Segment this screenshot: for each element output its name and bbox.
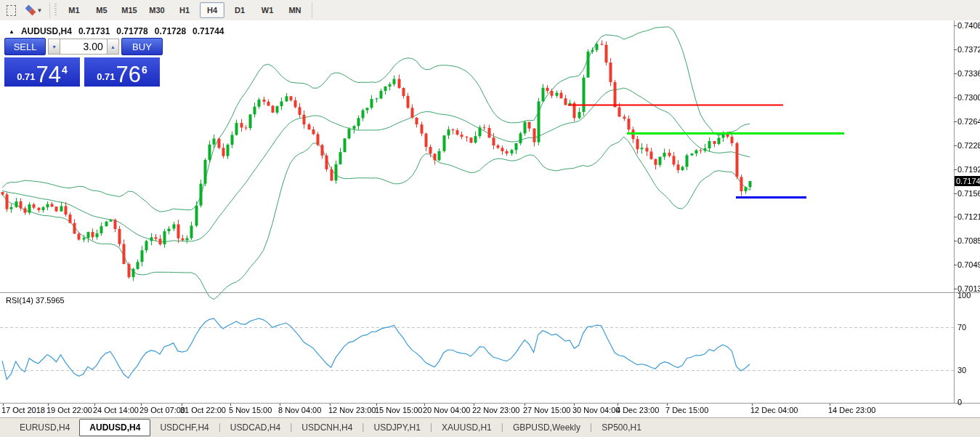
buy-price-big: 76 [116,65,141,84]
timeframe-button-m30[interactable]: M30 [145,2,169,18]
time-axis-tick-mark [94,404,95,406]
rsi-axis-tick: 0 [957,398,962,406]
price-axis-tick-mark [954,169,957,170]
chart-tab-usdcnh[interactable]: USDCNH,H4 [292,420,362,435]
ohlc-low: 0.71728 [155,26,186,36]
time-axis-label: 24 Oct 14:00 [93,406,139,414]
price-axis-tick: 0.73000 [957,93,980,102]
timeframe-button-h4[interactable]: H4 [200,2,224,18]
order-arrows-icon[interactable]: ▼ [22,3,46,17]
rsi-indicator-label: RSI(14) 37.5965 [6,296,65,305]
volume-increase-button[interactable]: ▲ [107,39,119,55]
current-price-tag: 0.71744 [955,176,980,186]
time-axis-label: 15 Nov 15:00 [375,406,422,414]
timeframe-button-m1[interactable]: M1 [62,2,86,18]
price-axis-tick: 0.72640 [957,117,980,126]
toolbar-separator [49,2,50,18]
price-axis-tick-mark [954,241,957,241]
sell-price-display[interactable]: 0.71 74 4 [4,57,80,87]
symbol-header: ▲ AUDUSD,H4 0.71731 0.71778 0.71728 0.71… [9,26,224,36]
timeframe-button-m15[interactable]: M15 [117,2,142,18]
chart-tab-eurusd[interactable]: EURUSD,H4 [10,420,79,435]
time-axis-tick-mark [141,404,142,406]
time-axis-label: 27 Nov 15:00 [523,406,570,414]
timeframe-button-m5[interactable]: M5 [89,2,114,18]
price-axis-tick: 0.73720 [957,45,980,54]
time-axis-tick-mark [474,404,474,406]
time-axis-tick-mark [280,404,280,406]
chart-tab-sp500[interactable]: SP500,H1 [592,420,651,435]
buy-button[interactable]: BUY [121,38,163,55]
time-axis-tick-mark [574,404,575,406]
chart-tab-usdcad[interactable]: USDCAD,H4 [221,420,290,435]
timeframe-button-mn[interactable]: MN [283,2,307,18]
volume-decrease-button[interactable]: ▼ [48,39,60,55]
sell-button[interactable]: SELL [4,38,46,55]
ohlc-open: 0.71731 [78,26,110,36]
price-axis-tick-mark [954,289,957,289]
price-axis-tick: 0.71210 [957,212,980,221]
chart-rsi-separator[interactable] [0,292,980,293]
rsi-axis-tick: 70 [957,323,966,332]
time-axis-tick-mark [230,404,231,406]
time-axis-tick-mark [48,404,49,406]
time-axis-label: 19 Oct 22:00 [46,406,92,414]
price-axis-tick-mark [954,145,957,146]
time-axis-label: 5 Nov 15:00 [229,406,272,414]
price-axis-tick-mark [954,121,957,122]
one-click-trade-panel: SELL ▼ 3.00 ▲ BUY 0.71 74 4 0.71 76 6 [4,38,163,87]
rsi-axis-tick: 100 [957,291,971,300]
time-axis-label: 29 Oct 07:00 [139,406,185,414]
price-axis-tick-mark [954,25,957,26]
dropdown-caret-icon[interactable]: ▼ [37,7,43,14]
time-axis-label: 22 Nov 23:00 [472,406,519,414]
collapse-panel-icon[interactable]: ▲ [9,28,15,35]
time-axis-label: 17 Oct 2018 [1,406,45,414]
price-axis-tick: 0.74080 [957,21,980,30]
volume-input[interactable]: 3.00 [60,39,107,55]
time-axis-tick-mark [752,404,753,406]
time-axis-tick-mark [617,404,618,406]
price-axis-tick: 0.73360 [957,69,980,78]
buy-price-prefix: 0.71 [97,71,115,82]
buy-price-display[interactable]: 0.71 76 6 [84,57,160,87]
time-axis-tick-mark [182,404,182,406]
sell-price-big: 74 [36,65,61,84]
symbol-name: AUDUSD,H4 [21,26,72,36]
chart-tab-bar: EURUSD,H4AUDUSD,H4USDCHF,H4|USDCAD,H4|US… [0,417,980,437]
time-axis-tick-mark [667,404,668,406]
rsi-axis-tick: 30 [957,366,966,374]
time-axis-tick-mark [376,404,377,406]
time-axis-label: 12 Nov 23:00 [328,406,376,414]
sell-price-pip: 4 [62,64,68,76]
time-axis-tick-mark [424,404,425,406]
price-axis-tick-mark [954,265,957,265]
toolbar: ▼ M1M5M15M30H1H4D1W1MN [0,0,980,21]
mt4-window: ▼ M1M5M15M30H1H4D1W1MN ▲ AUDUSD,H4 0.717… [0,0,980,437]
ohlc-high: 0.71778 [116,26,147,36]
chart-tab-usdjpy[interactable]: USDJPY,H1 [364,420,429,435]
time-axis-tick-mark [330,404,331,406]
price-axis-tick-mark [954,193,957,194]
timeframe-button-w1[interactable]: W1 [255,2,280,18]
sell-price-prefix: 0.71 [17,71,35,82]
price-axis-tick-mark [954,49,957,50]
time-axis-label: 14 Dec 23:00 [828,406,875,414]
time-axis-tick-mark [525,404,525,406]
pointer-select-icon[interactable] [3,3,19,17]
chart-tab-audusd[interactable]: AUDUSD,H4 [79,419,150,436]
ohlc-close: 0.71744 [193,26,224,36]
timeframe-button-d1[interactable]: D1 [227,2,252,18]
price-axis-tick-mark [954,97,957,98]
timeframe-button-h1[interactable]: H1 [172,2,197,18]
price-axis-tick: 0.71920 [957,165,980,174]
price-axis-tick: 0.71560 [957,189,980,198]
chart-tab-usdchf[interactable]: USDCHF,H4 [150,420,218,435]
price-axis-tick: 0.70850 [957,236,980,245]
toolbar-grip[interactable] [54,4,57,17]
price-axis-border [954,20,955,417]
chart-tab-gbpusd[interactable]: GBPUSD,Weekly [503,420,590,435]
time-axis-label: 30 Nov 04:00 [572,406,620,414]
time-axis-label: 31 Oct 22:00 [180,406,226,414]
chart-tab-xauusd[interactable]: XAUUSD,H1 [432,420,501,435]
